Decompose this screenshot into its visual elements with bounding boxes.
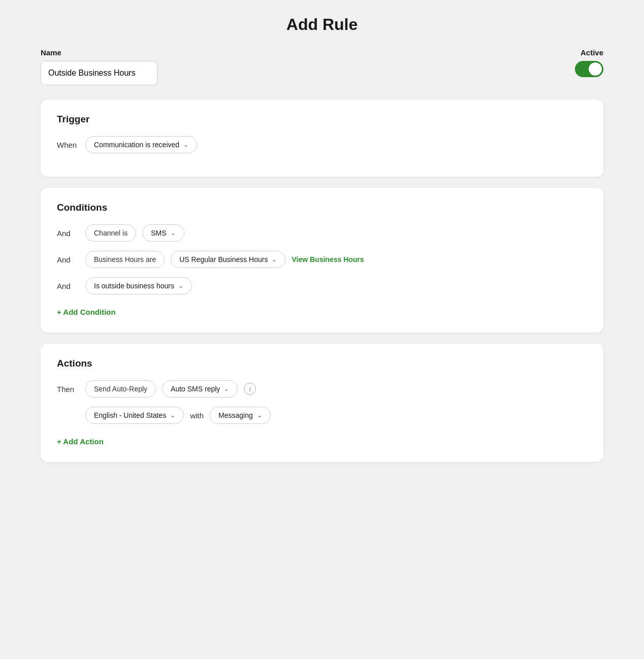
toggle-knob	[589, 62, 602, 76]
name-label: Name	[41, 48, 566, 57]
then-label: Then	[57, 385, 79, 393]
trigger-title: Trigger	[57, 114, 587, 125]
sms-dropdown[interactable]: SMS ⌄	[142, 224, 184, 242]
info-icon[interactable]: i	[244, 383, 256, 395]
action-row-2: English - United States ⌄ with Messaging…	[85, 407, 587, 424]
sms-chevron-icon: ⌄	[171, 229, 176, 237]
messaging-dropdown[interactable]: Messaging ⌄	[210, 407, 271, 424]
sms-value: SMS	[151, 229, 166, 237]
trigger-dropdown[interactable]: Communication is received ⌄	[85, 136, 197, 153]
condition-and-2: And	[57, 255, 79, 264]
language-dropdown[interactable]: English - United States ⌄	[85, 407, 184, 424]
condition-row-1: And Channel is SMS ⌄	[57, 224, 587, 242]
auto-sms-dropdown[interactable]: Auto SMS reply ⌄	[162, 380, 238, 398]
add-action-button[interactable]: + Add Action	[57, 435, 104, 448]
info-symbol: i	[249, 385, 251, 393]
language-chevron-icon: ⌄	[170, 412, 175, 419]
business-hours-chevron-icon: ⌄	[272, 256, 277, 263]
send-auto-reply-pill: Send Auto-Reply	[85, 380, 156, 398]
actions-card: Actions Then Send Auto-Reply Auto SMS re…	[41, 344, 603, 462]
auto-sms-chevron-icon: ⌄	[224, 385, 229, 392]
trigger-value: Communication is received	[94, 141, 179, 149]
business-hours-are-pill: Business Hours are	[85, 251, 165, 268]
add-condition-button[interactable]: + Add Condition	[57, 306, 116, 318]
trigger-row: When Communication is received ⌄	[57, 136, 587, 153]
messaging-chevron-icon: ⌄	[257, 412, 262, 419]
channel-is-pill: Channel is	[85, 224, 136, 242]
conditions-title: Conditions	[57, 202, 587, 213]
auto-sms-value: Auto SMS reply	[171, 385, 220, 393]
actions-title: Actions	[57, 358, 587, 369]
rule-name-input[interactable]	[41, 61, 157, 85]
business-hours-dropdown[interactable]: US Regular Business Hours ⌄	[171, 251, 285, 268]
with-label: with	[190, 411, 204, 420]
condition-row-2: And Business Hours are US Regular Busine…	[57, 251, 587, 268]
view-business-hours-link[interactable]: View Business Hours	[292, 255, 364, 263]
active-toggle[interactable]	[575, 61, 603, 77]
trigger-card: Trigger When Communication is received ⌄	[41, 100, 603, 177]
conditions-card: Conditions And Channel is SMS ⌄ And Busi…	[41, 188, 603, 333]
action-row-1: Then Send Auto-Reply Auto SMS reply ⌄ i	[57, 380, 587, 398]
language-value: English - United States	[94, 411, 166, 419]
condition-and-3: And	[57, 282, 79, 290]
when-label: When	[57, 141, 79, 149]
condition-and-1: And	[57, 229, 79, 238]
messaging-value: Messaging	[218, 411, 253, 419]
outside-hours-dropdown[interactable]: Is outside business hours ⌄	[85, 277, 192, 294]
trigger-chevron-icon: ⌄	[183, 141, 188, 148]
outside-hours-value: Is outside business hours	[94, 282, 174, 290]
page-title: Add Rule	[41, 15, 603, 34]
condition-row-3: And Is outside business hours ⌄	[57, 277, 587, 294]
business-hours-value: US Regular Business Hours	[179, 255, 268, 263]
outside-hours-chevron-icon: ⌄	[178, 282, 183, 289]
active-label: Active	[581, 48, 603, 57]
